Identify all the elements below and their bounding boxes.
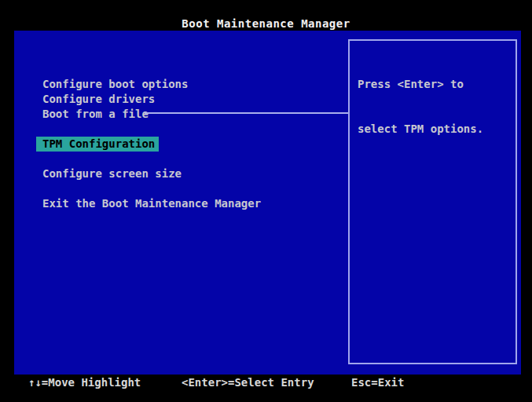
menu-item-configure-screen-size[interactable]: Configure screen size (42, 166, 182, 181)
help-panel-line: select TPM options. (358, 122, 508, 137)
bios-screen: Boot Maintenance Manager Configure boot … (0, 0, 532, 402)
hint-move-highlight: ↑↓=Move Highlight (28, 376, 141, 389)
menu-item-tpm-configuration[interactable]: TPM Configuration (36, 137, 159, 152)
menu-item-configure-drivers[interactable]: Configure drivers (42, 92, 155, 107)
help-panel: Press <Enter> to select TPM options. (348, 39, 517, 364)
page-title: Boot Maintenance Manager (0, 17, 532, 31)
menu-item-configure-boot-options[interactable]: Configure boot options (42, 77, 188, 92)
selection-connector-line (145, 112, 348, 114)
hint-select-entry: <Enter>=Select Entry (182, 376, 314, 389)
menu-item-boot-from-file[interactable]: Boot from a file (42, 107, 149, 122)
footer-hints-bar: ↑↓=Move Highlight <Enter>=Select Entry E… (0, 376, 532, 392)
menu-item-exit-manager[interactable]: Exit the Boot Maintenance Manager (42, 196, 261, 211)
hint-esc-exit: Esc=Exit (351, 376, 404, 389)
help-panel-line: Press <Enter> to (358, 77, 508, 92)
